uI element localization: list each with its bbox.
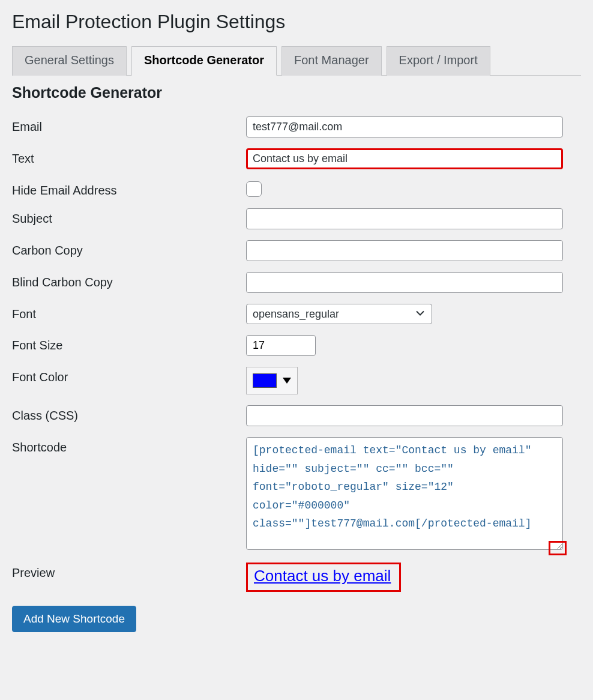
label-class-css: Class (CSS) [12, 405, 246, 423]
subject-input[interactable] [246, 208, 563, 229]
preview-link[interactable]: Contact us by email [254, 567, 391, 585]
label-font-color: Font Color [12, 367, 246, 384]
color-swatch [253, 373, 277, 388]
label-shortcode: Shortcode [12, 437, 246, 454]
settings-form: Email Text Hide Email Address Subject Ca… [12, 111, 581, 597]
label-font: Font [12, 304, 246, 321]
label-email: Email [12, 116, 246, 134]
email-input[interactable] [246, 116, 563, 137]
label-cc: Carbon Copy [12, 240, 246, 258]
shortcode-output[interactable]: [protected-email text="Contact us by ema… [246, 437, 563, 550]
caret-down-icon [283, 378, 291, 384]
preview-highlight-box: Contact us by email [246, 563, 401, 592]
label-text: Text [12, 148, 246, 166]
label-font-size: Font Size [12, 335, 246, 352]
font-size-input[interactable] [246, 335, 316, 356]
label-hide-email: Hide Email Address [12, 180, 246, 198]
tab-bar: General Settings Shortcode Generator Fon… [12, 46, 581, 76]
bcc-input[interactable] [246, 272, 563, 293]
tab-shortcode-generator[interactable]: Shortcode Generator [131, 46, 277, 76]
font-select[interactable]: opensans_regular [246, 304, 432, 324]
font-color-picker[interactable] [246, 367, 298, 394]
label-subject: Subject [12, 208, 246, 226]
page-title: Email Protection Plugin Settings [12, 0, 581, 46]
tab-font-manager[interactable]: Font Manager [281, 46, 382, 76]
tab-export-import[interactable]: Export / Import [387, 46, 490, 76]
hide-email-checkbox[interactable] [246, 181, 262, 197]
class-css-input[interactable] [246, 405, 563, 426]
cc-input[interactable] [246, 240, 563, 261]
section-title: Shortcode Generator [12, 84, 581, 101]
text-input[interactable] [246, 148, 563, 169]
label-preview: Preview [12, 563, 246, 580]
add-new-shortcode-button[interactable]: Add New Shortcode [12, 606, 136, 632]
label-bcc: Blind Carbon Copy [12, 272, 246, 289]
tab-general-settings[interactable]: General Settings [12, 46, 127, 76]
